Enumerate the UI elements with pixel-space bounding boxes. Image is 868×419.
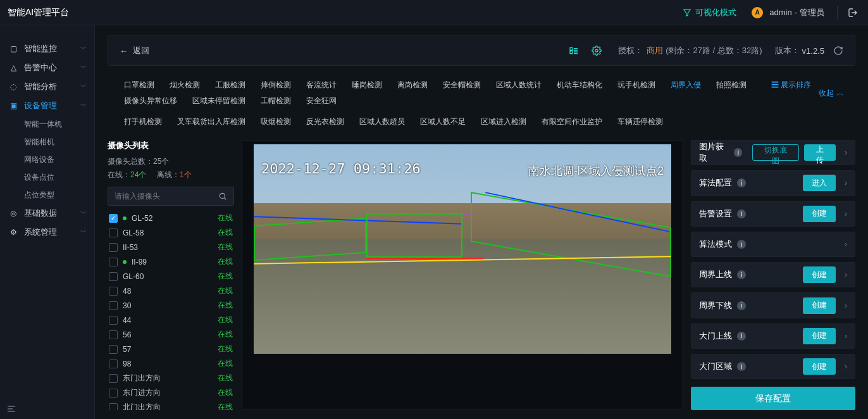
config-button-进入[interactable]: 进入 [803,175,836,191]
camera-row[interactable]: 东门进方向在线 [108,385,234,400]
sidebar-menu-item[interactable]: ⚙系统管理﹀ [0,223,94,242]
chevron-right-icon[interactable]: › [845,178,847,187]
search-icon[interactable] [218,192,227,201]
camera-row[interactable]: 北门出方向在线 [108,400,234,410]
sidebar-menu-item[interactable]: ▣设备管理﹀ [0,96,94,115]
camera-row[interactable]: ✓GL-52在线 [108,211,234,225]
gear-icon[interactable] [592,46,602,56]
user-block[interactable]: A admin - 管理员 [752,7,824,18]
info-icon[interactable]: i [737,332,746,341]
camera-row[interactable]: 98在线 [108,356,234,371]
algorithm-tag[interactable]: 区域未停留检测 [185,93,253,109]
algorithm-tag[interactable]: 离岗检测 [390,77,435,93]
algorithm-tag[interactable]: 区域人数统计 [488,77,549,93]
camera-checkbox[interactable] [109,301,118,310]
chevron-right-icon[interactable]: › [845,332,847,341]
algorithm-tag[interactable]: 摄像头异常位移 [116,93,185,109]
camera-checkbox[interactable]: ✓ [109,214,118,223]
algorithm-tag[interactable]: 摔倒检测 [253,77,299,93]
sidebar-submenu-item[interactable]: 网络设备 [0,151,94,168]
info-icon[interactable]: i [737,362,746,371]
chevron-right-icon[interactable]: › [845,301,847,310]
camera-row[interactable]: 57在线 [108,342,234,356]
logout-icon[interactable] [848,8,858,18]
algorithm-tag[interactable]: 区域进入检测 [473,114,534,130]
chevron-right-icon[interactable]: › [845,148,847,157]
config-button-创建[interactable]: 创建 [803,206,836,222]
sidebar-submenu-item[interactable]: 智能相机 [0,133,94,151]
camera-checkbox[interactable] [109,272,118,281]
camera-checkbox[interactable] [109,374,118,383]
camera-checkbox[interactable] [109,228,118,237]
config-button-上传[interactable]: 上传 [804,144,836,161]
chevron-right-icon[interactable]: › [845,362,847,371]
info-icon[interactable]: i [737,178,746,187]
camera-row[interactable]: GL-60在线 [108,269,234,284]
camera-checkbox[interactable] [109,360,118,368]
camera-checkbox[interactable] [109,243,118,252]
camera-checkbox[interactable] [109,316,118,325]
config-button-创建[interactable]: 创建 [803,266,836,283]
algorithm-tag[interactable]: 周界入侵 [663,77,709,93]
camera-checkbox[interactable] [109,389,118,397]
sidebar-menu-item[interactable]: △告警中心﹀ [0,58,94,77]
algorithm-tag[interactable]: 玩手机检测 [610,77,663,93]
algorithm-tag[interactable]: 烟火检测 [162,77,208,93]
algorithm-tag[interactable]: 机动车结构化 [549,77,610,93]
sidebar-submenu-item[interactable]: 智能一体机 [0,115,94,133]
chevron-right-icon[interactable]: › [845,270,847,279]
algorithm-tag[interactable]: 车辆违停检测 [610,114,671,130]
sidebar-collapse-icon[interactable] [6,404,16,414]
info-icon[interactable]: i [734,148,742,157]
chevron-right-icon[interactable]: › [845,210,847,218]
algorithm-tag[interactable]: 拍照检测 [709,77,754,93]
info-icon[interactable]: i [737,240,746,249]
sidebar-menu-item[interactable]: ◎基础数据﹀ [0,204,94,223]
camera-checkbox[interactable] [109,345,118,354]
camera-row[interactable]: 30在线 [108,298,234,313]
camera-checkbox[interactable] [109,403,118,411]
camera-row[interactable]: II-53在线 [108,240,234,254]
camera-row[interactable]: II-99在线 [108,254,234,269]
save-config-button[interactable]: 保存配置 [691,387,855,410]
sidebar-menu-item[interactable]: ▢智能监控﹀ [0,39,94,58]
algorithm-tag[interactable]: 安全狂网 [299,93,344,109]
info-icon[interactable]: i [737,270,746,279]
visualization-mode-button[interactable]: 可视化模式 [683,7,736,18]
camera-row[interactable]: 56在线 [108,327,234,342]
list-icon[interactable] [569,46,579,56]
back-button[interactable]: ← 返回 [120,45,149,56]
config-button-创建[interactable]: 创建 [803,297,836,314]
camera-row[interactable]: 48在线 [108,284,234,298]
camera-row[interactable]: GL-58在线 [108,225,234,240]
algorithm-tag[interactable]: 客流统计 [299,77,344,93]
algorithm-tag[interactable]: 叉车载货出入库检测 [170,114,253,130]
algorithm-tag[interactable]: 区域人数超员 [352,114,412,130]
algorithm-tag[interactable]: 打手机检测 [116,114,170,130]
algorithm-tag[interactable]: 有限空间作业监护 [534,114,610,130]
chevron-right-icon[interactable]: › [845,240,847,249]
camera-checkbox[interactable] [109,287,118,296]
algorithm-tag[interactable]: 区域人数不足 [412,114,473,130]
camera-checkbox[interactable] [109,330,118,339]
algorithm-tag[interactable]: 口罩检测 [116,77,162,93]
info-icon[interactable]: i [737,301,746,310]
algorithm-tag[interactable]: 安全帽检测 [435,77,488,93]
algorithm-tag[interactable]: 工帽检测 [253,93,299,109]
algorithm-tag[interactable]: 睡岗检测 [344,77,390,93]
camera-row[interactable]: 44在线 [108,313,234,327]
camera-preview-image[interactable]: 2022-12-27 09:31:26 南水北调-区域入侵测试点2 [254,144,671,354]
config-button-创建[interactable]: 创建 [803,328,836,344]
camera-row[interactable]: 东门出方向在线 [108,371,234,385]
algorithm-tag[interactable]: 工服检测 [208,77,253,93]
sidebar-submenu-item[interactable]: 设备点位 [0,168,94,186]
refresh-icon[interactable] [833,46,843,56]
sidebar-menu-item[interactable]: ◌智能分析﹀ [0,77,94,96]
camera-search-input[interactable] [115,192,218,201]
sidebar-submenu-item[interactable]: 点位类型 [0,186,94,204]
config-button-创建[interactable]: 创建 [803,358,836,375]
camera-checkbox[interactable] [109,258,118,266]
algorithm-tag[interactable]: 反光衣检测 [299,114,352,130]
algorithm-tag[interactable]: 吸烟检测 [253,114,299,130]
display-sort-button[interactable]: ☰ 展示排序 [766,77,816,109]
